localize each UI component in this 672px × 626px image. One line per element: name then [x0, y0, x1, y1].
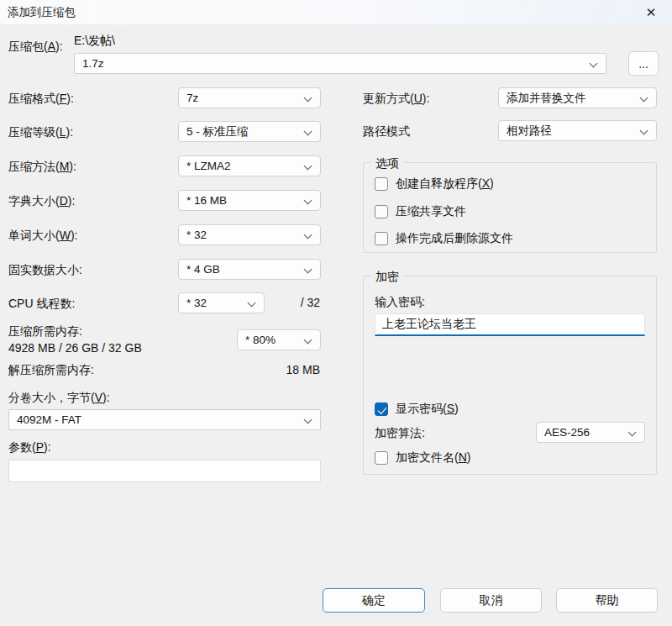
algorithm-label: 加密算法: [375, 425, 425, 440]
compress-shared-row: 压缩共享文件 [375, 204, 466, 219]
chevron-down-icon [304, 162, 312, 171]
chevron-down-icon [304, 94, 312, 103]
dictionary-combobox[interactable]: * 16 MB [178, 190, 321, 211]
archive-label: 压缩包(A): [8, 39, 63, 54]
solid-block-label: 固实数据大小: [8, 262, 82, 277]
delete-after-checkbox[interactable] [375, 232, 388, 245]
solid-block-combobox[interactable]: * 4 GB [178, 259, 321, 280]
memory-usage-combobox[interactable]: * 80% [237, 329, 321, 350]
close-button[interactable]: ✕ [637, 2, 665, 23]
options-group-title: 选项 [371, 155, 403, 171]
memory-compress-label: 压缩所需内存: [8, 324, 82, 339]
chevron-down-icon [640, 127, 648, 135]
title-bar: 添加到压缩包 ✕ [0, 0, 672, 24]
chevron-down-icon [304, 231, 312, 239]
level-combobox[interactable]: 5 - 标准压缩 [178, 121, 321, 142]
add-to-archive-dialog: { "window": { "title": "添加到压缩包", "close_… [0, 0, 672, 626]
password-input[interactable] [375, 313, 645, 336]
memory-decompress-value: 18 MB [237, 363, 320, 376]
cpu-threads-max: / 32 [252, 296, 320, 309]
chevron-down-icon [304, 266, 312, 274]
cpu-threads-label: CPU 线程数: [8, 296, 75, 311]
chevron-down-icon [628, 429, 637, 437]
create-sfx-checkbox[interactable] [375, 177, 388, 191]
chevron-down-icon [304, 336, 312, 345]
show-password-label: 显示密码(S) [396, 402, 459, 417]
encryption-group-title: 加密 [371, 269, 403, 284]
dictionary-label: 字典大小(D): [8, 193, 75, 208]
compress-shared-checkbox[interactable] [375, 205, 388, 218]
volume-size-label: 分卷大小，字节(V): [8, 390, 110, 405]
archive-name-value: 1.7z [82, 54, 584, 73]
encrypt-names-label: 加密文件名(N) [396, 450, 470, 466]
archive-name-combobox[interactable]: 1.7z [74, 53, 606, 74]
chevron-down-icon [304, 197, 312, 205]
path-mode-label: 路径模式 [363, 124, 410, 139]
parameters-label: 参数(P): [8, 439, 51, 455]
update-mode-label: 更新方式(U): [363, 91, 429, 106]
method-label: 压缩方法(M): [8, 159, 76, 174]
word-size-combobox[interactable]: * 32 [178, 224, 321, 245]
ok-button[interactable]: 确定 [323, 588, 425, 613]
path-mode-combobox[interactable]: 相对路径 [498, 120, 657, 141]
delete-after-label: 操作完成后删除源文件 [396, 231, 513, 246]
volume-size-combobox[interactable]: 4092M - FAT [8, 409, 321, 430]
help-button[interactable]: 帮助 [556, 588, 658, 613]
chevron-down-icon [304, 416, 312, 424]
window-title: 添加到压缩包 [8, 5, 76, 20]
parameters-input[interactable] [8, 460, 321, 482]
format-combobox[interactable]: 7z [178, 87, 321, 108]
browse-button[interactable]: ... [628, 51, 659, 76]
chevron-down-icon [304, 128, 312, 136]
level-label: 压缩等级(L): [8, 124, 73, 139]
password-label: 输入密码: [375, 294, 425, 309]
format-label: 压缩格式(F): [8, 91, 74, 106]
chevron-down-icon [590, 60, 598, 68]
archive-directory: E:\发帖\ [74, 33, 115, 48]
cancel-button[interactable]: 取消 [440, 588, 542, 613]
encrypt-names-row: 加密文件名(N) [375, 450, 470, 466]
memory-decompress-label: 解压缩所需内存: [8, 362, 94, 377]
update-mode-combobox[interactable]: 添加并替换文件 [498, 87, 657, 108]
word-size-label: 单词大小(W): [8, 228, 77, 243]
delete-after-row: 操作完成后删除源文件 [375, 231, 513, 246]
show-password-row: 显示密码(S) [375, 402, 459, 417]
show-password-checkbox[interactable] [375, 402, 388, 416]
create-sfx-row: 创建自释放程序(X) [375, 176, 494, 192]
compress-shared-label: 压缩共享文件 [396, 204, 466, 219]
algorithm-combobox[interactable]: AES-256 [536, 422, 645, 443]
memory-compress-detail: 4928 MB / 26 GB / 32 GB [8, 340, 142, 355]
close-icon: ✕ [646, 5, 657, 20]
create-sfx-label: 创建自释放程序(X) [396, 176, 494, 192]
encrypt-names-checkbox[interactable] [375, 451, 388, 465]
chevron-down-icon [640, 94, 648, 103]
method-combobox[interactable]: * LZMA2 [178, 155, 321, 176]
